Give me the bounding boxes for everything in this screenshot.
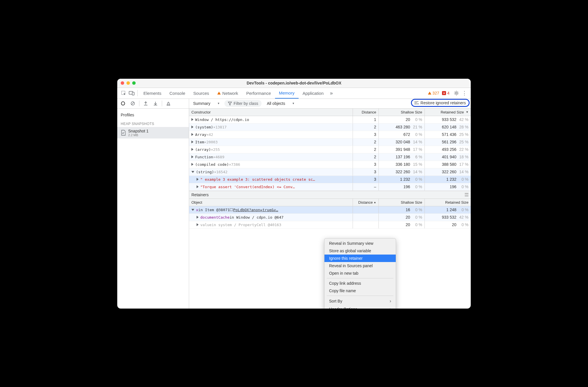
menu-item[interactable]: Copy file name [324,287,396,294]
snapshot-name: Snapshot 1 [128,129,149,133]
tab-network[interactable]: Network [213,88,242,99]
gear-icon[interactable] [452,89,460,97]
retainers-table-header: Object Distance▲ Shallow Size Retained S… [189,199,471,206]
table-row[interactable]: "Torque assert 'Convert(endIndex) <= Con… [189,183,471,191]
table-row[interactable]: (compiled code) ×73863336 18015 %388 580… [189,161,471,168]
divider [137,90,138,96]
tab-sources[interactable]: Sources [189,88,213,99]
profiles-sidebar: Profiles HEAP SNAPSHOTS Snapshot 1 2.2 M… [117,109,189,309]
retainers-header[interactable]: Retainers [189,191,471,199]
devtools-window: DevTools - codepen.io/web-dot-dev/live/P… [117,79,471,309]
upload-icon[interactable] [142,100,149,107]
header-object[interactable]: Object [189,199,353,206]
window-title: DevTools - codepen.io/web-dot-dev/live/P… [117,81,471,85]
table-row[interactable]: Item ×200032320 04814 %561 29625 % [189,138,471,146]
svg-point-4 [121,102,125,105]
svg-line-6 [132,102,134,105]
snapshot-icon [121,130,126,136]
menu-item[interactable]: Open in new tab [324,269,396,277]
table-row[interactable]: (array) ×2552391 94817 %493 25622 % [189,146,471,153]
header-retained[interactable]: Retained Size▼ [425,109,471,116]
warning-count[interactable]: 327 [428,91,439,95]
clear-icon[interactable] [129,100,136,107]
menu-item[interactable]: Store as global variable [324,247,396,255]
context-menu: Reveal in Summary viewStore as global va… [324,238,396,309]
tab-application[interactable]: Application [299,88,328,99]
header-shallow[interactable]: Shallow Size [379,109,425,116]
constructor-rows: Window / https://cdpn.io1200 %933 53242 … [189,116,471,191]
device-toggle-icon[interactable] [128,89,136,97]
sort-indicator-icon: ▼ [466,111,468,113]
restore-icon [414,101,419,105]
retainer-row[interactable]: x in Item @38071 PoLdbOX?anon=true&v…160… [189,206,471,214]
close-window-button[interactable] [121,81,124,85]
svg-rect-8 [230,209,233,211]
heap-snapshots-section-label: HEAP SNAPSHOTS [117,119,189,127]
scope-dropdown[interactable]: All objects [265,101,296,106]
header-distance[interactable]: Distance [353,109,379,116]
header-distance-2[interactable]: Distance▲ [353,199,379,206]
menu-item[interactable]: Copy link address [324,280,396,287]
header-constructor[interactable]: Constructor [189,109,353,116]
minimize-window-button[interactable] [126,81,130,85]
retainer-row[interactable]: value in system / PropertyCell @40163200… [189,221,471,229]
window-icon [230,208,233,211]
snapshot-size: 2.2 MB [128,133,149,137]
retainer-row[interactable]: documentCache in Window / cdpn.io @64720… [189,214,471,221]
menu-item[interactable]: Ignore this retainer [324,255,396,262]
tab-memory[interactable]: Memory [275,88,299,99]
sort-indicator-icon: ▲ [374,201,376,204]
filter-icon [228,101,232,105]
inspect-icon[interactable] [120,89,128,97]
hamburger-icon[interactable] [465,193,468,196]
memory-toolbar: Summary Filter by class All objects Rest… [117,99,471,109]
table-row[interactable]: Array ×4236720 %571 43625 % [189,131,471,138]
menu-item[interactable]: Sort By [324,297,396,305]
svg-rect-2 [132,92,134,95]
main-tabbar: ElementsConsoleSourcesNetworkPerformance… [117,88,471,99]
tab-console[interactable]: Console [166,88,189,99]
svg-rect-7 [167,105,170,105]
restore-ignored-retainers-button[interactable]: Restore ignored retainers [411,99,470,107]
tab-performance[interactable]: Performance [242,88,275,99]
svg-point-3 [456,92,457,94]
constructor-table-header: Constructor Distance Shallow Size Retain… [189,109,471,116]
header-shallow-2[interactable]: Shallow Size [379,199,425,206]
tab-elements[interactable]: Elements [139,88,166,99]
table-row[interactable]: Function ×46892137 1966 %401 94018 % [189,153,471,161]
table-row[interactable]: " example 3 example 3: scattered objects… [189,176,471,183]
titlebar: DevTools - codepen.io/web-dot-dev/live/P… [117,79,471,88]
download-icon[interactable] [152,100,159,107]
table-row[interactable]: Window / https://cdpn.io1200 %933 53242 … [189,116,471,124]
maximize-window-button[interactable] [132,81,136,85]
menu-item[interactable]: Reveal in Sources panel [324,262,396,269]
table-row[interactable]: (system) ×138172463 28021 %620 14828 % [189,124,471,131]
tab-more[interactable]: » [328,88,335,99]
record-icon[interactable] [120,100,126,107]
header-retained-2[interactable]: Retained Size [425,199,471,206]
error-count[interactable]: 4 [442,91,449,95]
class-filter-input[interactable]: Filter by class [224,100,262,107]
menu-item[interactable]: Header Options [324,305,396,309]
view-dropdown[interactable]: Summary [191,101,222,106]
profiles-heading: Profiles [117,111,189,119]
table-row[interactable]: (string) ×165423322 26014 %322 26014 % [189,168,471,176]
menu-item[interactable]: Reveal in Summary view [324,240,396,247]
window-controls [121,81,136,85]
kebab-icon[interactable]: ⋮ [460,89,468,97]
snapshot-item[interactable]: Snapshot 1 2.2 MB [117,127,189,138]
gc-icon[interactable] [165,100,172,107]
